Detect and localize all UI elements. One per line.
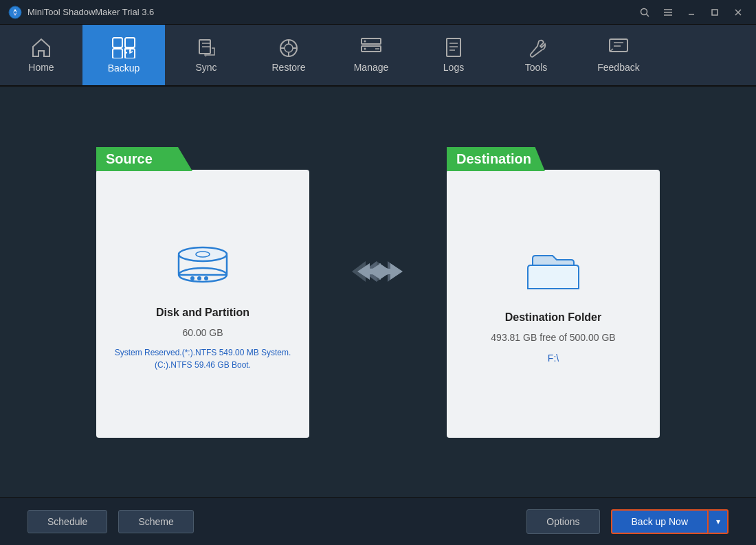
schedule-button[interactable]: Schedule [27,510,107,533]
destination-card[interactable]: Destination Folder 493.81 GB free of 500… [447,170,660,438]
nav-restore-label: Restore [271,62,305,73]
main-content: Source Disk and Partition 60.00 GB Syste… [0,87,756,497]
svg-point-27 [190,276,194,280]
destination-wrapper: Destination Destination Folder 493.81 GB… [447,146,660,438]
maximize-icon [711,8,719,16]
minimize-icon [687,8,696,16]
svg-rect-7 [712,10,718,15]
app-title: MiniTool ShadowMaker Trial 3.6 [27,7,154,17]
nav-manage[interactable]: Manage [330,25,412,85]
nav-feedback[interactable]: Feedback [577,25,660,85]
app-logo-icon [8,5,22,19]
minimize-button[interactable] [682,5,701,20]
maximize-button[interactable] [705,5,724,20]
svg-point-25 [179,247,227,261]
svg-rect-11 [125,38,135,47]
nav-backup-label: Backup [108,63,140,74]
disk-icon [172,237,234,291]
backup-now-group: Back up Now ▾ [611,509,729,534]
options-button[interactable]: Options [526,509,599,534]
window-controls [635,5,748,20]
manage-icon [360,37,382,58]
sync-icon [195,37,217,58]
svg-point-16 [285,44,293,52]
destination-label: Destination [447,147,545,171]
svg-point-28 [197,276,201,280]
nav-sync-label: Sync [195,62,216,73]
svg-rect-12 [113,49,122,58]
forward-arrow-icon [351,258,405,285]
bottom-bar: Schedule Scheme Options Back up Now ▾ [0,497,756,545]
source-title: Disk and Partition [156,307,249,319]
search-button[interactable] [635,5,654,20]
folder-icon [522,242,584,296]
svg-point-19 [364,48,366,50]
destination-title: Destination Folder [505,311,601,324]
bottom-left-buttons: Schedule Scheme [27,510,194,533]
svg-point-1 [641,8,647,14]
nav-backup[interactable]: Backup [82,25,165,85]
svg-line-2 [647,14,649,16]
menu-button[interactable] [658,5,678,20]
destination-free: 493.81 GB free of 500.00 GB [491,332,615,343]
backup-now-dropdown[interactable]: ▾ [709,509,729,534]
svg-point-29 [204,276,208,280]
svg-rect-10 [113,38,122,47]
nav-home[interactable]: Home [0,25,82,85]
search-icon [640,8,649,17]
nav-logs-label: Logs [443,62,464,73]
feedback-icon [608,37,630,58]
home-icon [30,37,52,58]
nav-feedback-label: Feedback [597,62,639,73]
backup-now-button[interactable]: Back up Now [611,509,709,534]
source-card[interactable]: Disk and Partition 60.00 GB System Reser… [96,170,309,438]
nav-tools[interactable]: Tools [495,25,577,85]
title-bar-left: MiniTool ShadowMaker Trial 3.6 [8,5,154,19]
close-button[interactable] [729,5,748,20]
nav-home-label: Home [28,62,54,73]
arrow-indicator [351,258,405,326]
svg-point-0 [9,6,21,19]
source-wrapper: Source Disk and Partition 60.00 GB Syste… [96,146,309,438]
source-details: System Reserved.(*:).NTFS 549.00 MB Syst… [115,346,291,371]
source-size: 60.00 GB [182,327,223,338]
svg-point-20 [364,41,366,43]
nav-logs[interactable]: Logs [412,25,495,85]
tools-icon [525,37,547,58]
nav-manage-label: Manage [354,62,389,73]
title-bar: MiniTool ShadowMaker Trial 3.6 [0,0,756,25]
nav-restore[interactable]: Restore [247,25,330,85]
nav-bar: Home Backup Sync R [0,25,756,87]
nav-tools-label: Tools [525,62,548,73]
bottom-right-buttons: Options Back up Now ▾ [526,509,729,534]
close-icon [734,8,742,16]
scheme-button[interactable]: Scheme [118,510,193,533]
destination-path: F:\ [548,351,559,366]
source-label: Source [96,147,192,171]
logs-icon [443,37,465,58]
nav-sync[interactable]: Sync [165,25,247,85]
svg-rect-21 [447,38,460,56]
backup-icon [111,36,136,58]
menu-icon [663,8,673,16]
restore-icon [278,37,300,58]
dropdown-arrow-icon: ▾ [716,517,720,526]
